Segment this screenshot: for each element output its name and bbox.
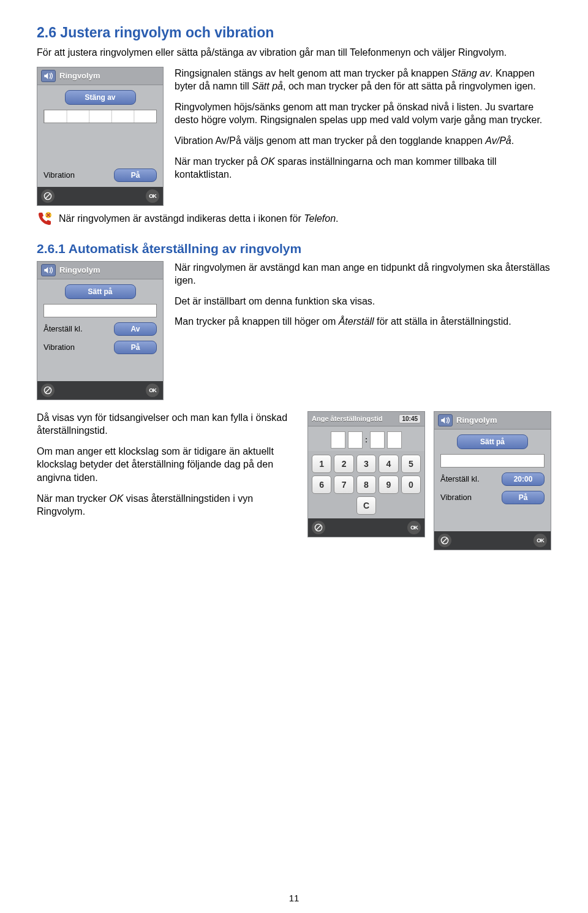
svg-line-8 [443,538,447,542]
key-9[interactable]: 9 [379,475,398,494]
speaker-icon [438,414,453,426]
screenshot-title: Ange återställningstid [312,415,395,422]
aterstall-time[interactable]: 20:00 [502,472,545,486]
cancel-icon[interactable] [41,189,55,203]
vibration-label: Vibration [43,343,75,352]
volume-bar[interactable] [440,454,545,468]
p-bottom-3: När man trycker OK visas återställnings­… [37,492,299,518]
key-7[interactable]: 7 [334,475,353,494]
screenshot-ange-aterstallningstid: Ange återställningstid 10:45 : 1 2 3 4 5… [307,411,425,537]
cancel-icon[interactable] [41,384,55,397]
speaker-icon [41,70,56,82]
screenshot-title: Ringvolym [59,71,159,80]
key-clear[interactable]: C [356,496,376,515]
muted-indicator-text: När ringvolymen är avstängd indikeras de… [59,212,339,225]
vibration-toggle[interactable]: På [502,491,545,504]
screenshot-ringvolym-sattpa: Ringvolym Sätt på Återställ kl. Av Vibra… [37,261,164,400]
stang-av-button[interactable]: Stäng av [65,90,136,105]
phone-muted-icon [37,211,53,227]
heading-2-6-1: 2.6.1 Automatisk återställning av ringvo… [37,241,551,256]
key-3[interactable]: 3 [356,455,376,473]
satt-pa-button[interactable]: Sätt på [65,284,136,299]
p-stangav: Ringsignalen stängs av helt genom att ma… [175,67,551,93]
vibration-toggle[interactable]: På [114,341,157,354]
vibration-label: Vibration [43,170,75,180]
intro-text: För att justera ringvolymen eller sätta … [37,47,507,58]
page-number: 11 [0,893,588,903]
volume-bar[interactable] [43,110,157,123]
key-1[interactable]: 1 [312,455,331,473]
p-ok-save: När man trycker på OK sparas inställning… [175,155,551,181]
svg-line-4 [46,388,50,392]
heading-2-6: 2.6 Justera ringvolym och vibration [37,25,551,41]
vibration-toggle[interactable]: På [114,169,157,182]
key-6[interactable]: 6 [312,475,331,494]
ok-button[interactable]: OK [407,521,421,534]
aterstall-label: Återställ kl. [43,324,83,333]
p-hojs-sanks: Ringvolymen höjs/sänks genom att man try… [175,100,551,127]
key-5[interactable]: 5 [401,455,421,473]
ok-button[interactable]: OK [146,384,159,397]
p-261-1: När ringvolymen är avstängd kan man ange… [175,261,551,287]
svg-line-1 [46,194,50,198]
p-261-2: Det är inställbart om denna funktion ska… [175,295,551,308]
volume-bar[interactable] [43,304,157,317]
aterstall-label: Återställ kl. [440,474,480,483]
ok-button[interactable]: OK [533,534,547,547]
cancel-icon[interactable] [438,534,451,547]
svg-line-6 [317,525,321,529]
screenshot-title: Ringvolym [456,415,547,425]
key-0[interactable]: 0 [401,475,421,494]
p-bottom-2: Om man anger ett klockslag som är tidiga… [37,445,299,485]
ok-button[interactable]: OK [146,189,159,203]
p-261-3: Man trycker på knappen till höger om Åte… [175,315,551,328]
screenshot-title: Ringvolym [59,265,159,275]
aterstall-toggle[interactable]: Av [114,322,157,336]
key-2[interactable]: 2 [334,455,353,473]
key-8[interactable]: 8 [356,475,376,494]
cancel-icon[interactable] [312,521,325,534]
numeric-keypad: 1 2 3 4 5 6 7 8 9 0 C [308,451,424,518]
time-input[interactable]: : [314,431,418,449]
screenshot-ringvolym-tid-satt: Ringvolym Sätt på Återställ kl. 20:00 Vi… [434,411,551,550]
screenshot-ringvolym-stangav: Ringvolym Stäng av Vibration På OK [37,67,164,206]
p-bottom-1: Då visas vyn för tidsangivelser och man … [37,411,299,438]
satt-pa-button[interactable]: Sätt på [457,434,528,449]
speaker-icon [41,264,56,276]
key-4[interactable]: 4 [379,455,398,473]
p-vibration: Vibration Av/På väljs genom att man tryc… [175,134,551,148]
clock-badge: 10:45 [399,414,421,423]
intro-2-6: För att justera ringvolymen eller sätta … [37,46,551,59]
vibration-label: Vibration [440,493,472,502]
